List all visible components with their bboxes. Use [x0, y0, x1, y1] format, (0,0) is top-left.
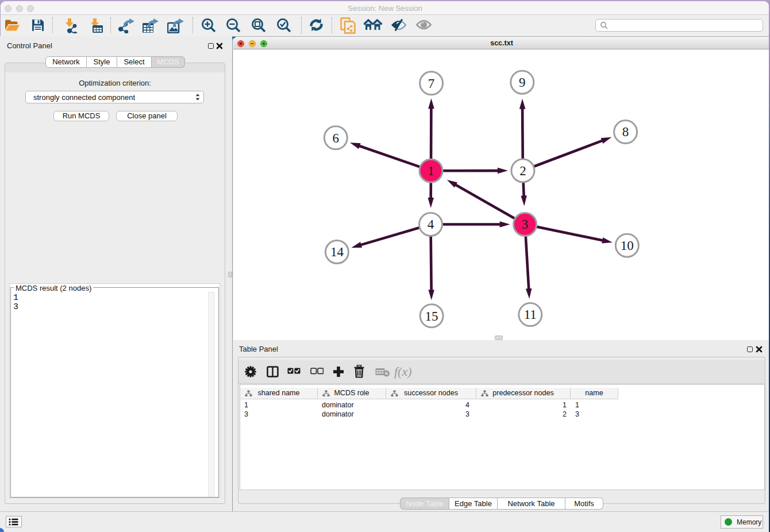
svg-text:9: 9: [519, 75, 526, 90]
svg-text:4: 4: [428, 217, 434, 232]
svg-text:1: 1: [428, 164, 434, 178]
svg-text:3: 3: [522, 217, 529, 232]
svg-text:14: 14: [330, 245, 344, 259]
svg-text:7: 7: [428, 76, 435, 91]
svg-text:2: 2: [519, 164, 526, 178]
svg-text:6: 6: [333, 131, 340, 145]
svg-text:10: 10: [621, 238, 634, 253]
svg-text:15: 15: [425, 309, 438, 323]
svg-text:8: 8: [622, 125, 629, 139]
svg-text:11: 11: [524, 307, 537, 322]
